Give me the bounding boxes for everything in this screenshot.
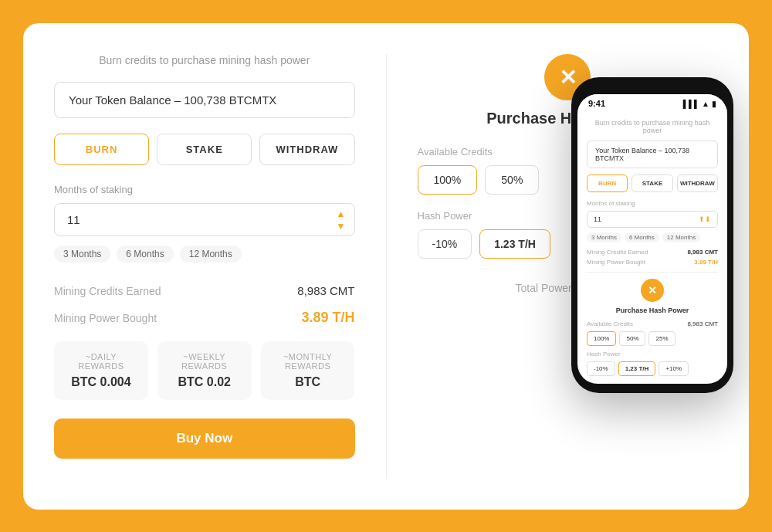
daily-reward-title: ~DAILY REWARDS xyxy=(66,352,136,371)
phone-logo: ✕ xyxy=(587,279,718,302)
phone-subtitle: Burn credits to purchase mining hash pow… xyxy=(587,119,718,134)
left-panel: Burn credits to purchase mining hash pow… xyxy=(54,54,387,479)
phone-months-input[interactable]: 11 ⬆⬇ xyxy=(587,211,718,228)
phone-chip-6[interactable]: 6 Months xyxy=(625,232,659,242)
months-chips: 3 Months 6 Months 12 Months xyxy=(54,246,355,263)
battery-icon: ▮ xyxy=(712,100,716,108)
phone-months-value: 11 xyxy=(594,215,601,223)
phone-months-label: Months of staking xyxy=(587,200,718,207)
daily-reward-box: ~DAILY REWARDS BTC 0.004 xyxy=(54,341,148,400)
phone-hash-minus[interactable]: -10% xyxy=(587,361,615,376)
phone-logo-x-icon: ✕ xyxy=(648,284,657,296)
months-label: Months of staking xyxy=(54,184,355,195)
phone-token-box: Your Token Balance – 100,738 BTCMTX xyxy=(587,141,718,168)
daily-reward-value: BTC 0.004 xyxy=(66,375,136,389)
phone-mining-credits-label: Mining Credits Earned xyxy=(587,249,648,256)
phone-divider xyxy=(587,272,718,273)
phone-hash-plus[interactable]: +10% xyxy=(659,361,689,376)
main-card: Burn credits to purchase mining hash pow… xyxy=(23,23,749,510)
phone-hash-val: 1.23 T/H xyxy=(618,361,656,376)
months-input-display[interactable]: 11 xyxy=(54,203,355,236)
subtitle: Burn credits to purchase mining hash pow… xyxy=(54,54,355,66)
monthly-reward-box: ~MONTHLY REWARDS BTC xyxy=(261,341,355,400)
chip-3months[interactable]: 3 Months xyxy=(54,246,110,263)
token-balance-box: Your Token Balance – 100,738 BTCMTX xyxy=(54,82,355,118)
mining-power-value: 3.89 T/H xyxy=(301,310,354,326)
credit-100-button[interactable]: 100% xyxy=(418,165,478,195)
weekly-reward-title: ~WEEKLY REWARDS xyxy=(170,352,239,371)
phone-burn-btn[interactable]: BURN xyxy=(587,175,628,192)
phone-mining-power-label: Mining Power Bought xyxy=(587,259,645,266)
chip-12months[interactable]: 12 Months xyxy=(180,246,242,263)
phone-notch xyxy=(629,86,676,91)
phone-hash-label: Hash Power xyxy=(587,351,718,357)
hash-value-display: 1.23 T/H xyxy=(479,229,550,259)
phone-logo-circle: ✕ xyxy=(641,279,664,302)
mining-power-row: Mining Power Bought 3.89 T/H xyxy=(54,310,355,326)
phone-content: Burn credits to purchase mining hash pow… xyxy=(577,111,727,384)
monthly-reward-value: BTC xyxy=(273,375,343,389)
action-buttons: BURN STAKE WITHDRAW xyxy=(54,134,355,165)
phone-mining-credits-row: Mining Credits Earned 8,983 CMT xyxy=(587,249,718,256)
phone-avail-credits-label: Available Credits 8,983 CMT xyxy=(587,320,718,327)
phone-credit-50[interactable]: 50% xyxy=(619,331,645,346)
phone-stake-btn[interactable]: STAKE xyxy=(631,175,672,192)
signal-icon: ▌▌▌ xyxy=(683,100,699,108)
withdraw-button[interactable]: WITHDRAW xyxy=(259,134,354,165)
phone-mining-credits-val: 8,983 CMT xyxy=(687,249,718,256)
weekly-reward-box: ~WEEKLY REWARDS BTC 0.02 xyxy=(157,341,252,400)
credit-50-button[interactable]: 50% xyxy=(485,165,539,195)
wifi-icon: ▲ xyxy=(702,100,709,108)
phone-credits-row: 100% 50% 25% xyxy=(587,331,718,346)
rewards-row: ~DAILY REWARDS BTC 0.004 ~WEEKLY REWARDS… xyxy=(54,341,355,400)
phone-status-bar: 9:41 ▌▌▌ ▲ ▮ xyxy=(577,94,727,111)
phone-chips: 3 Months 6 Months 12 Months xyxy=(587,232,718,242)
phone-chip-3[interactable]: 3 Months xyxy=(587,232,621,242)
phone-chip-12[interactable]: 12 Months xyxy=(662,232,700,242)
chip-6months[interactable]: 6 Months xyxy=(117,246,173,263)
months-input-wrap: 11 ▲ ▼ xyxy=(54,203,355,236)
right-panel: ✕ Purchase Hash Power Available Credits … xyxy=(387,54,719,479)
mining-credits-label: Mining Credits Earned xyxy=(54,285,161,297)
weekly-reward-value: BTC 0.02 xyxy=(170,375,239,389)
phone-hash-row: -10% 1.23 T/H +10% xyxy=(587,361,718,376)
phone-mining-power-row: Mining Power Bought 3.89 T/H xyxy=(587,259,718,266)
mining-credits-value: 8,983 CMT xyxy=(297,284,354,297)
phone-mining-power-val: 3.89 T/H xyxy=(694,259,718,266)
phone-credit-100[interactable]: 100% xyxy=(587,331,616,346)
phone-avail-credits-val: 8,983 CMT xyxy=(687,320,718,327)
phone-status-icons: ▌▌▌ ▲ ▮ xyxy=(683,100,716,108)
burn-button[interactable]: BURN xyxy=(54,134,149,165)
phone-purchase-title: Purchase Hash Power xyxy=(587,307,718,314)
phone-credit-25[interactable]: 25% xyxy=(648,331,675,346)
phone-withdraw-btn[interactable]: WITHDRAW xyxy=(677,175,718,192)
mining-power-label: Mining Power Bought xyxy=(54,312,157,324)
stake-button[interactable]: STAKE xyxy=(157,134,252,165)
hash-minus-button[interactable]: -10% xyxy=(418,229,472,259)
phone-time: 9:41 xyxy=(588,99,605,108)
monthly-reward-title: ~MONTHLY REWARDS xyxy=(273,352,343,371)
phone-mockup: 9:41 ▌▌▌ ▲ ▮ Burn credits to purchase mi… xyxy=(571,77,733,393)
phone-screen: 9:41 ▌▌▌ ▲ ▮ Burn credits to purchase mi… xyxy=(577,94,727,384)
mining-credits-row: Mining Credits Earned 8,983 CMT xyxy=(54,284,355,297)
months-arrows[interactable]: ▲ ▼ xyxy=(337,208,346,232)
phone-action-buttons: BURN STAKE WITHDRAW xyxy=(587,175,718,192)
buy-now-button[interactable]: Buy Now xyxy=(54,418,355,459)
logo-x-icon: ✕ xyxy=(559,65,577,90)
phone-arrows-icon: ⬆⬇ xyxy=(699,215,711,223)
